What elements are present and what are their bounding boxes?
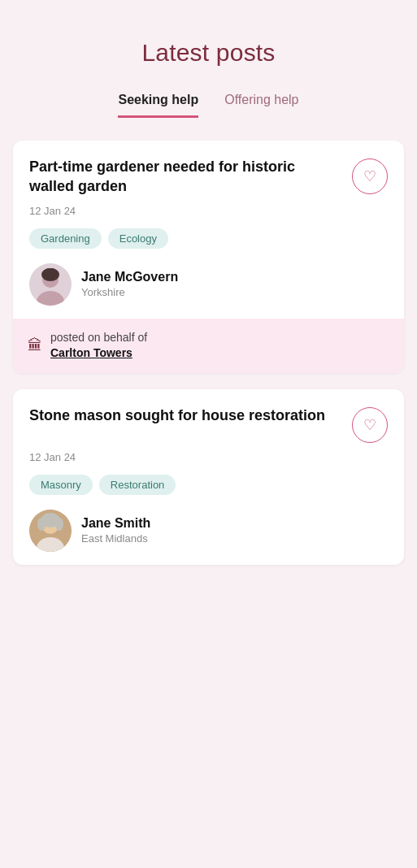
avatar-svg-1 (29, 263, 72, 306)
card-1-author: Jane McGovern Yorkshire (29, 263, 388, 306)
heart-icon-2: ♡ (363, 418, 376, 432)
card-2-favorite-button[interactable]: ♡ (352, 407, 388, 443)
svg-point-4 (43, 268, 58, 276)
card-1-favorite-button[interactable]: ♡ (352, 158, 388, 194)
card-1-date: 12 Jan 24 (29, 205, 388, 217)
cards-list: Part-time gardener needed for historic w… (0, 141, 417, 607)
card-1-behalf: 🏛 posted on behalf of Carlton Towers (13, 319, 404, 373)
card-1-author-location: Yorkshire (81, 286, 178, 298)
card-2-author-name: Jane Smith (81, 516, 150, 531)
tab-offering-help[interactable]: Offering help (224, 93, 298, 118)
post-card-1: Part-time gardener needed for historic w… (13, 141, 404, 373)
card-2-author-location: East Midlands (81, 532, 150, 545)
behalf-link[interactable]: Carlton Towers (50, 346, 132, 359)
card-1-author-name: Jane McGovern (81, 270, 178, 284)
card-1-header: Part-time gardener needed for historic w… (29, 157, 388, 197)
card-1-behalf-text: posted on behalf of Carlton Towers (50, 330, 147, 362)
avatar-svg-2 (29, 510, 72, 552)
tag-restoration: Restoration (99, 475, 176, 495)
card-1-author-info: Jane McGovern Yorkshire (81, 270, 178, 298)
card-2-author: Jane Smith East Midlands (29, 510, 388, 552)
card-2-title: Stone mason sought for house restoration (29, 406, 342, 425)
card-1-avatar (29, 263, 72, 306)
card-1-main: Part-time gardener needed for historic w… (13, 141, 404, 319)
card-2-main: Stone mason sought for house restoration… (13, 389, 404, 565)
heart-icon: ♡ (363, 169, 376, 184)
card-2-date: 12 Jan 24 (29, 451, 388, 463)
svg-point-9 (37, 518, 46, 531)
tag-masonry: Masonry (29, 475, 93, 495)
svg-point-10 (55, 518, 63, 531)
building-icon: 🏛 (28, 337, 42, 354)
card-1-title: Part-time gardener needed for historic w… (29, 157, 342, 197)
page-title: Latest posts (0, 0, 417, 93)
card-2-avatar (29, 510, 72, 552)
tab-seeking-help[interactable]: Seeking help (118, 93, 198, 118)
post-card-2: Stone mason sought for house restoration… (13, 389, 404, 565)
tag-gardening: Gardening (29, 228, 102, 249)
card-2-author-info: Jane Smith East Midlands (81, 516, 150, 545)
behalf-prefix: posted on behalf of (50, 331, 147, 344)
card-2-header: Stone mason sought for house restoration… (29, 406, 388, 443)
card-1-tags: Gardening Ecology (29, 228, 388, 249)
card-2-tags: Masonry Restoration (29, 475, 388, 495)
tabs-container: Seeking help Offering help (0, 93, 417, 118)
tag-ecology: Ecology (108, 228, 168, 249)
